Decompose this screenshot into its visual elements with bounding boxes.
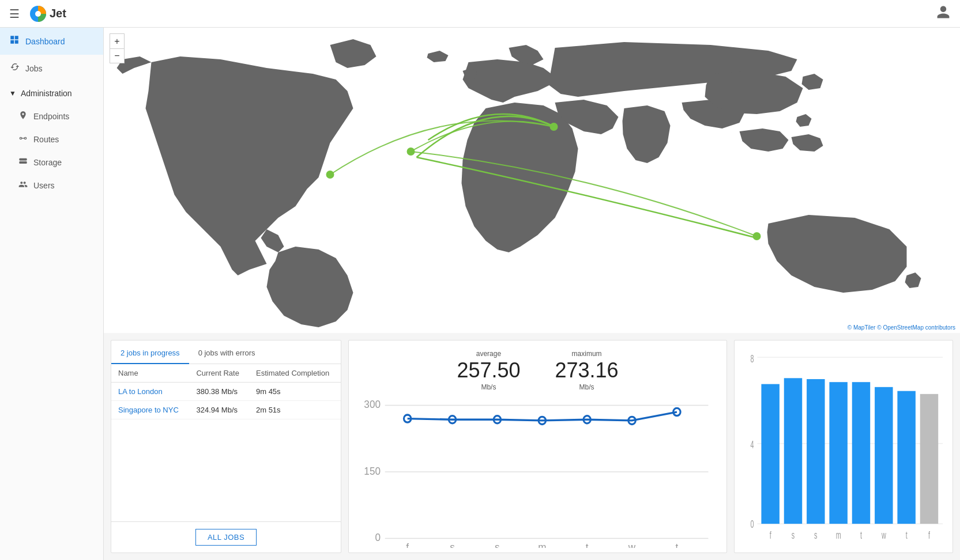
bar-chart: 8 4 0	[741, 347, 946, 546]
table-row: LA to London 380.38 Mb/s 9m 45s	[111, 383, 341, 401]
col-completion: Estimated Completion	[249, 364, 341, 383]
sidebar-item-dashboard-label: Dashboard	[25, 37, 65, 46]
svg-text:0: 0	[375, 532, 381, 544]
menu-icon[interactable]: ☰	[9, 7, 20, 21]
svg-text:t: t	[676, 541, 679, 548]
svg-text:s: s	[814, 529, 818, 541]
map-attribution: © MapTiler © OpenStreetMap contributors	[848, 324, 955, 331]
account-icon[interactable]	[936, 5, 951, 23]
svg-text:s: s	[495, 541, 500, 548]
maximum-value: 273.16	[555, 360, 619, 381]
throughput-chart: 300 150 0	[349, 396, 726, 553]
job-completion: 9m 45s	[249, 383, 341, 401]
average-value: 257.50	[457, 360, 520, 381]
svg-text:w: w	[628, 541, 636, 548]
main-layout: Dashboard Jobs ▼ Administration Endpoint…	[0, 28, 960, 560]
svg-text:300: 300	[364, 399, 381, 411]
bar-f1	[761, 384, 779, 524]
zoom-out-button[interactable]: −	[110, 48, 125, 63]
stat-average: average 257.50 Mb/s	[457, 350, 520, 391]
svg-text:f: f	[928, 529, 931, 541]
sidebar-item-dashboard[interactable]: Dashboard	[0, 28, 103, 55]
sidebar-item-jobs-label: Jobs	[25, 64, 43, 73]
jobs-table: Name Current Rate Estimated Completion L…	[111, 364, 341, 521]
svg-text:t: t	[860, 529, 863, 541]
bar-t2	[897, 391, 915, 524]
maximum-label: maximum	[555, 350, 619, 358]
sidebar-administration[interactable]: ▼ Administration	[0, 82, 103, 105]
logo-text: Jet	[50, 7, 66, 20]
average-label: average	[457, 350, 520, 358]
logo-icon	[29, 5, 47, 23]
svg-text:t: t	[586, 541, 589, 548]
all-jobs-button[interactable]: ALL JOBS	[195, 529, 257, 546]
sidebar-item-endpoints[interactable]: Endpoints	[0, 105, 103, 128]
bar-s2	[807, 379, 825, 524]
zoom-in-button[interactable]: +	[110, 33, 125, 48]
world-map	[104, 28, 960, 333]
svg-text:w: w	[881, 529, 886, 541]
svg-point-1	[35, 11, 41, 17]
logo: Jet	[29, 5, 66, 23]
chevron-down-icon: ▼	[9, 89, 16, 97]
bar-f2	[920, 394, 938, 524]
svg-point-2	[20, 137, 21, 139]
throughput-stats: average 257.50 Mb/s maximum 273.16 Mb/s	[349, 340, 726, 396]
job-name-link[interactable]: LA to London	[111, 383, 189, 401]
tab-jobs-in-progress[interactable]: 2 jobs in progress	[111, 343, 189, 364]
svg-text:m: m	[538, 541, 546, 548]
bottom-panels: 2 jobs in progress 0 jobs with errors Na…	[104, 333, 960, 560]
storage-label: Storage	[33, 158, 62, 167]
users-label: Users	[33, 181, 55, 190]
jobs-footer: ALL JOBS	[111, 521, 341, 553]
sidebar: Dashboard Jobs ▼ Administration Endpoint…	[0, 28, 104, 560]
svg-text:150: 150	[364, 465, 381, 477]
average-unit: Mb/s	[457, 383, 520, 391]
job-completion: 2m 51s	[249, 401, 341, 419]
svg-text:t: t	[906, 529, 908, 541]
endpoints-label: Endpoints	[33, 112, 69, 121]
sidebar-administration-label: Administration	[21, 89, 72, 98]
bar-s1	[784, 378, 802, 524]
svg-text:4: 4	[751, 438, 754, 451]
col-name: Name	[111, 364, 189, 383]
svg-text:m: m	[836, 529, 841, 541]
map-container: + − © MapTiler © OpenStreetMap contribut…	[104, 28, 960, 333]
job-rate: 324.94 Mb/s	[189, 401, 249, 419]
svg-text:0: 0	[751, 518, 754, 530]
stat-maximum: maximum 273.16 Mb/s	[555, 350, 619, 391]
map-controls: + −	[110, 33, 125, 63]
maximum-unit: Mb/s	[555, 383, 619, 391]
routes-label: Routes	[33, 135, 59, 144]
sidebar-item-jobs[interactable]: Jobs	[0, 55, 103, 82]
sidebar-item-storage[interactable]: Storage	[0, 151, 103, 174]
svg-point-3	[24, 137, 26, 139]
sidebar-item-routes[interactable]: Routes	[0, 128, 103, 151]
jobs-panel: 2 jobs in progress 0 jobs with errors Na…	[111, 340, 341, 553]
job-rate: 380.38 Mb/s	[189, 383, 249, 401]
svg-text:s: s	[792, 529, 795, 541]
endpoints-icon	[18, 111, 28, 122]
bar-m	[829, 382, 847, 524]
col-rate: Current Rate	[189, 364, 249, 383]
routes-icon	[18, 134, 28, 145]
storage-icon	[18, 157, 28, 168]
svg-text:f: f	[770, 529, 772, 541]
bar-t1	[852, 382, 870, 524]
jobs-icon	[9, 62, 20, 75]
tab-jobs-with-errors[interactable]: 0 jobs with errors	[189, 343, 265, 364]
svg-text:8: 8	[751, 353, 754, 365]
topbar: ☰ Jet	[0, 0, 960, 28]
users-icon	[18, 180, 28, 191]
svg-text:s: s	[450, 541, 455, 548]
svg-text:f: f	[406, 541, 409, 548]
bar-panel: 8 4 0	[734, 340, 953, 553]
content: + − © MapTiler © OpenStreetMap contribut…	[104, 28, 960, 560]
sidebar-item-users[interactable]: Users	[0, 174, 103, 197]
job-name-link[interactable]: Singapore to NYC	[111, 401, 189, 419]
dashboard-icon	[9, 35, 20, 48]
throughput-panel: average 257.50 Mb/s maximum 273.16 Mb/s	[348, 340, 727, 553]
bar-w	[875, 387, 893, 524]
jobs-tabs: 2 jobs in progress 0 jobs with errors	[111, 340, 341, 364]
table-row: Singapore to NYC 324.94 Mb/s 2m 51s	[111, 401, 341, 419]
